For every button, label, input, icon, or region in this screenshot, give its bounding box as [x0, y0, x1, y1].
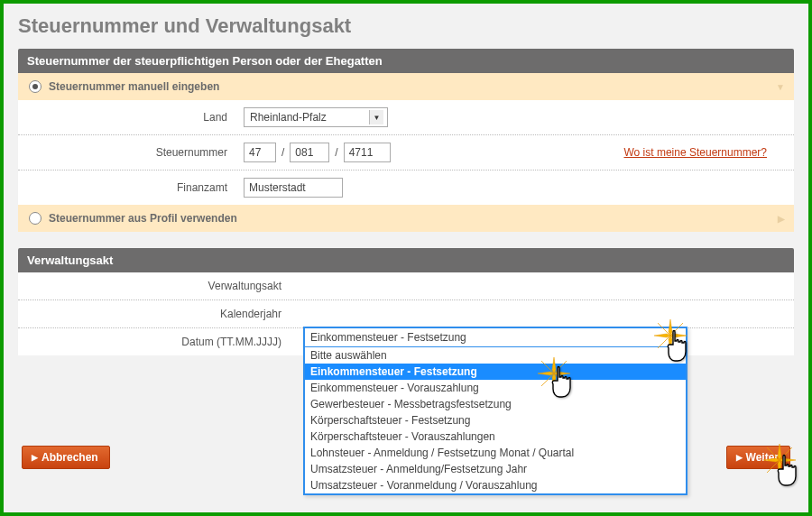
- stnr-label: Steuernummer: [27, 146, 244, 159]
- stnr-part3-input[interactable]: [344, 143, 391, 162]
- option-manual-entry[interactable]: Steuernummer manuell eingeben ▼: [18, 73, 794, 100]
- row-finanzamt: Finanzamt: [18, 170, 794, 205]
- land-select-value: Rheinland-Pfalz: [250, 111, 327, 124]
- option-profile-entry[interactable]: Steuernummer aus Profil verwenden ▶: [18, 205, 794, 232]
- row-land: Land Rheinland-Pfalz ▼: [18, 100, 794, 135]
- dropdown-selected: Einkommensteuer - Festsetzung: [305, 328, 686, 347]
- cancel-button[interactable]: ▶ Abbrechen: [22, 446, 110, 469]
- dropdown-option[interactable]: Körperschaftsteuer - Vorauszahlungen: [305, 428, 686, 445]
- manual-entry-body: Land Rheinland-Pfalz ▼ Steuernummer / / …: [18, 100, 794, 205]
- dropdown-option[interactable]: Einkommensteuer - Vorauszahlung: [305, 380, 686, 396]
- verwaltungsakt-dropdown[interactable]: Einkommensteuer - Festsetzung Bitte ausw…: [303, 327, 687, 495]
- tax-number-panel: Steuernummer der steuerpflichtigen Perso…: [18, 49, 794, 232]
- land-label: Land: [27, 111, 244, 124]
- stnr-sep1: /: [281, 146, 284, 159]
- dropdown-list: Bitte auswählen Einkommensteuer - Festse…: [305, 347, 686, 493]
- verwaltungsakt-section-header: Verwaltungsakt: [18, 248, 794, 272]
- radio-profile[interactable]: [29, 212, 42, 225]
- option-manual-label: Steuernummer manuell eingeben: [49, 80, 219, 93]
- next-button[interactable]: ▶ Weiter: [726, 446, 790, 469]
- dropdown-option[interactable]: Gewerbesteuer - Messbetragsfestsetzung: [305, 396, 686, 412]
- stnr-part2-input[interactable]: [290, 143, 329, 162]
- triangle-right-icon: ▶: [736, 453, 743, 462]
- finanzamt-label: Finanzamt: [27, 181, 244, 194]
- dropdown-option[interactable]: Bitte auswählen: [305, 347, 686, 364]
- land-select[interactable]: Rheinland-Pfalz ▼: [244, 107, 388, 127]
- dropdown-option[interactable]: Lohnsteuer - Anmeldung / Festsetzung Mon…: [305, 445, 686, 461]
- dropdown-option[interactable]: Körperschaftsteuer - Festsetzung: [305, 412, 686, 428]
- datum-label: Datum (TT.MM.JJJJ): [27, 336, 298, 348]
- radio-manual[interactable]: [29, 80, 42, 93]
- page-title: Steuernummer und Verwaltungsakt: [18, 14, 794, 38]
- row-verwaltungsakt: Verwaltungsakt: [18, 272, 794, 300]
- stnr-part1-input[interactable]: [244, 143, 276, 162]
- row-steuernummer: Steuernummer / / Wo ist meine Steuernumm…: [18, 135, 794, 170]
- app-frame: Steuernummer und Verwaltungsakt Steuernu…: [0, 0, 812, 516]
- jahr-label: Kalenderjahr: [27, 308, 298, 320]
- option-profile-label: Steuernummer aus Profil verwenden: [49, 212, 237, 225]
- chevron-down-icon: ▼: [776, 82, 785, 92]
- help-where-taxnumber-link[interactable]: Wo ist meine Steuernummer?: [623, 146, 767, 159]
- stnr-sep2: /: [335, 146, 337, 159]
- dropdown-option[interactable]: Einkommensteuer - Festsetzung: [305, 364, 686, 380]
- akt-label: Verwaltungsakt: [27, 280, 298, 292]
- chevron-right-icon: ▶: [778, 214, 785, 224]
- tax-number-section-header: Steuernummer der steuerpflichtigen Perso…: [18, 49, 794, 73]
- dropdown-option[interactable]: Umsatzsteuer - Voranmeldung / Vorauszahl…: [305, 477, 686, 493]
- chevron-down-icon: ▼: [369, 110, 383, 124]
- row-kalenderjahr: Kalenderjahr: [18, 300, 794, 328]
- triangle-right-icon: ▶: [32, 453, 38, 462]
- finanzamt-input[interactable]: [244, 178, 343, 198]
- dropdown-option[interactable]: Umsatzsteuer - Anmeldung/Festsetzung Jah…: [305, 461, 686, 477]
- next-button-label: Weiter: [746, 451, 779, 464]
- cancel-button-label: Abbrechen: [42, 451, 98, 464]
